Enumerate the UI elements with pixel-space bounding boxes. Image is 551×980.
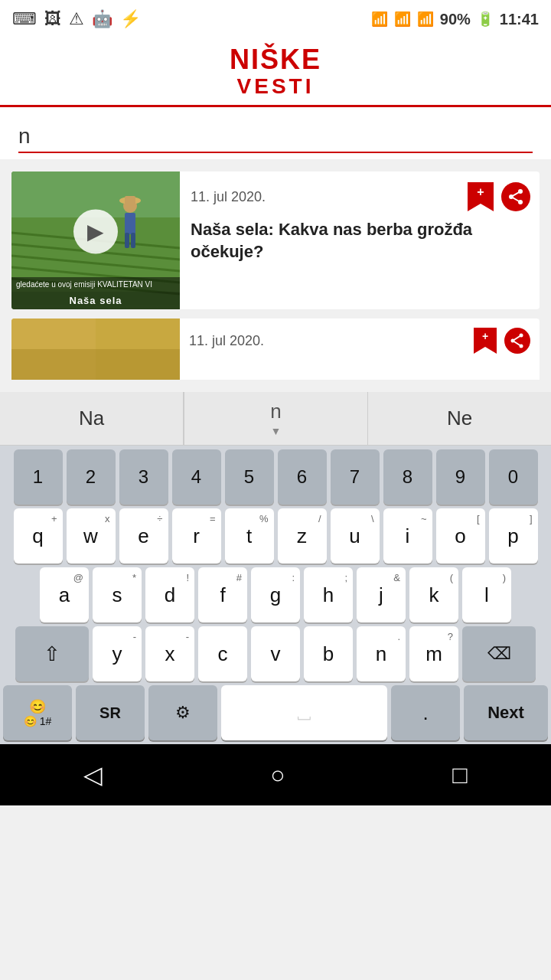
warning-status-icon: ⚠ bbox=[69, 9, 84, 29]
key-y[interactable]: -y bbox=[93, 626, 142, 681]
key-4[interactable]: 4 bbox=[172, 449, 221, 505]
autocomplete-ne[interactable]: Ne bbox=[368, 392, 551, 445]
keyboard-status-icon: ⌨ bbox=[12, 9, 37, 29]
battery-text: 90% bbox=[440, 11, 471, 28]
home-button[interactable]: ○ bbox=[270, 761, 285, 789]
article-info: 11. jul 2020. + bbox=[180, 172, 540, 309]
key-b[interactable]: b bbox=[304, 626, 353, 681]
backspace-key[interactable]: ⌫ bbox=[462, 626, 536, 681]
key-5[interactable]: 5 bbox=[225, 449, 274, 505]
article-card-partial[interactable]: 11. jul 2020. + bbox=[11, 318, 540, 380]
bookmark-icon[interactable]: + bbox=[466, 181, 495, 213]
status-bar-left: ⌨ 🖼 ⚠ 🤖 ⚡ bbox=[12, 9, 141, 29]
article-date: 11. jul 2020. bbox=[191, 189, 266, 205]
article-meta-row: 11. jul 2020. + bbox=[191, 181, 530, 213]
period-key[interactable]: . bbox=[391, 685, 460, 740]
key-7[interactable]: 7 bbox=[331, 449, 380, 505]
key-n[interactable]: .n bbox=[357, 626, 406, 681]
share-icon[interactable] bbox=[501, 182, 530, 211]
android-status-icon: 🤖 bbox=[92, 9, 112, 29]
key-3[interactable]: 3 bbox=[119, 449, 168, 505]
bluetooth-icon: 📶 bbox=[371, 11, 388, 28]
partial-date: 11. jul 2020. bbox=[189, 333, 264, 349]
emoji-key[interactable]: 😊 😊 1# bbox=[3, 685, 72, 740]
space-key[interactable]: ⎵ bbox=[221, 685, 387, 740]
article-title[interactable]: Naša sela: Kakva nas berba grožđa očekuj… bbox=[191, 219, 530, 263]
image-status-icon: 🖼 bbox=[44, 9, 61, 29]
svg-text:+: + bbox=[482, 330, 488, 342]
number-row[interactable]: 1 2 3 4 5 6 7 8 9 0 bbox=[0, 446, 551, 505]
article-card[interactable]: ▶ gledaćete u ovoj emisiji KVALITETAN VI… bbox=[11, 172, 540, 309]
svg-line-28 bbox=[513, 335, 521, 341]
svg-text:+: + bbox=[477, 185, 484, 198]
articles-area: ▶ gledaćete u ovoj emisiji KVALITETAN VI… bbox=[0, 159, 551, 392]
key-q[interactable]: +q bbox=[14, 508, 63, 564]
chevron-down-icon: ▼ bbox=[271, 425, 282, 437]
svg-line-29 bbox=[513, 341, 521, 346]
partial-thumbnail bbox=[11, 318, 180, 380]
recents-button[interactable]: □ bbox=[452, 761, 467, 789]
key-t[interactable]: %t bbox=[225, 508, 274, 564]
key-u[interactable]: \u bbox=[331, 508, 380, 564]
key-f[interactable]: #f bbox=[198, 567, 247, 622]
key-s[interactable]: *s bbox=[93, 567, 142, 622]
logo-line2: VESTI bbox=[230, 75, 321, 99]
key-h[interactable]: ;h bbox=[304, 567, 353, 622]
signal-icon: 📶 bbox=[417, 11, 434, 28]
next-key[interactable]: Next bbox=[464, 685, 548, 740]
key-o[interactable]: [o bbox=[436, 508, 485, 564]
key-9[interactable]: 9 bbox=[436, 449, 485, 505]
key-8[interactable]: 8 bbox=[383, 449, 432, 505]
key-v[interactable]: v bbox=[251, 626, 300, 681]
app-header: NIŠKE VESTI bbox=[0, 38, 551, 107]
partial-share-icon[interactable] bbox=[504, 328, 530, 354]
back-button[interactable]: ◁ bbox=[83, 760, 103, 789]
key-2[interactable]: 2 bbox=[67, 449, 116, 505]
battery-icon: 🔋 bbox=[477, 11, 494, 28]
autocomplete-n[interactable]: n ▼ bbox=[184, 392, 368, 445]
logo-line1: NIŠKE bbox=[230, 44, 321, 75]
key-w[interactable]: xw bbox=[67, 508, 116, 564]
time-display: 11:41 bbox=[500, 11, 539, 28]
app-logo: NIŠKE VESTI bbox=[230, 44, 321, 98]
settings-key[interactable]: ⚙ bbox=[148, 685, 217, 740]
key-x[interactable]: -x bbox=[145, 626, 194, 681]
autocomplete-na[interactable]: Na bbox=[0, 392, 184, 445]
svg-rect-22 bbox=[11, 349, 180, 380]
key-e[interactable]: ÷e bbox=[119, 508, 168, 564]
key-p[interactable]: ]p bbox=[489, 508, 538, 564]
key-l[interactable]: )l bbox=[462, 567, 511, 622]
status-bar-right: 📶 📶 📶 90% 🔋 11:41 bbox=[371, 11, 539, 28]
search-input[interactable] bbox=[18, 121, 533, 153]
keyboard-row2[interactable]: @a *s !d #f :g ;h &j (k )l bbox=[0, 564, 551, 622]
key-c[interactable]: c bbox=[198, 626, 247, 681]
key-m[interactable]: ?m bbox=[409, 626, 458, 681]
key-0[interactable]: 0 bbox=[489, 449, 538, 505]
thumb-badge: Naša sela bbox=[11, 292, 180, 309]
key-z[interactable]: /z bbox=[278, 508, 327, 564]
key-d[interactable]: !d bbox=[145, 567, 194, 622]
keyboard-row1[interactable]: +q xw ÷e =r %t /z \u ~i [o ]p bbox=[0, 505, 551, 564]
key-1[interactable]: 1 bbox=[14, 449, 63, 505]
key-a[interactable]: @a bbox=[40, 567, 89, 622]
navigation-bar[interactable]: ◁ ○ □ bbox=[0, 744, 551, 805]
language-key[interactable]: SR bbox=[76, 685, 145, 740]
article-action-icons[interactable]: + bbox=[466, 181, 530, 213]
key-g[interactable]: :g bbox=[251, 567, 300, 622]
key-j[interactable]: &j bbox=[357, 567, 406, 622]
function-row[interactable]: 😊 😊 1# SR ⚙ ⎵ . Next bbox=[0, 681, 551, 744]
svg-line-18 bbox=[511, 191, 520, 197]
search-container[interactable] bbox=[0, 107, 551, 159]
key-r[interactable]: =r bbox=[172, 508, 221, 564]
autocomplete-bar[interactable]: Na n ▼ Ne bbox=[0, 392, 551, 446]
play-button-icon[interactable]: ▶ bbox=[73, 209, 118, 253]
keyboard-row3[interactable]: ⇧ -y -x c v b .n ?m ⌫ bbox=[0, 622, 551, 681]
keyboard[interactable]: 1 2 3 4 5 6 7 8 9 0 +q xw ÷e =r %t /z \u… bbox=[0, 446, 551, 744]
shift-key[interactable]: ⇧ bbox=[15, 626, 89, 681]
partial-bookmark-icon[interactable]: + bbox=[472, 326, 498, 355]
key-6[interactable]: 6 bbox=[278, 449, 327, 505]
key-i[interactable]: ~i bbox=[383, 508, 432, 564]
key-k[interactable]: (k bbox=[409, 567, 458, 622]
partial-info: 11. jul 2020. + bbox=[180, 318, 540, 380]
partial-action-icons[interactable]: + bbox=[472, 326, 530, 355]
